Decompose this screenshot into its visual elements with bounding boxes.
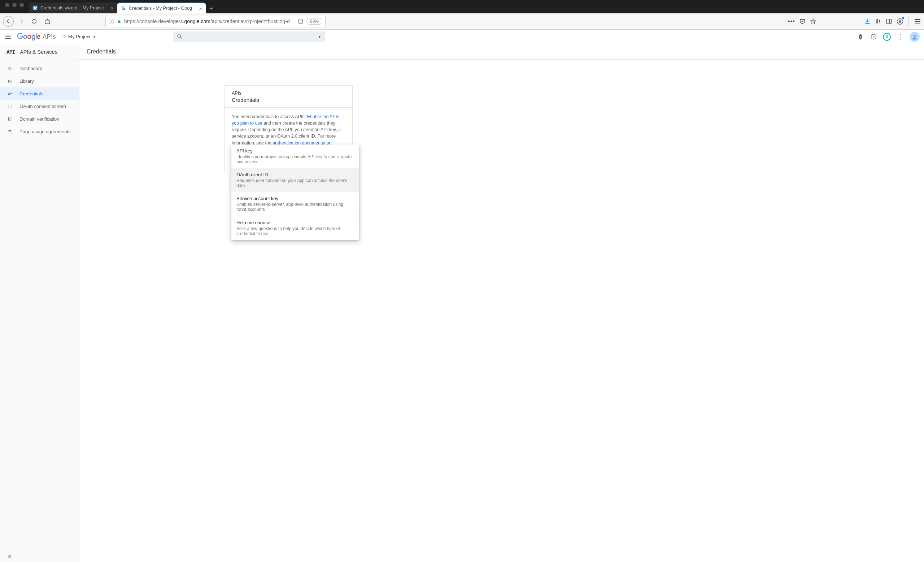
card-header: APIs Credentials xyxy=(225,86,352,108)
consent-icon xyxy=(7,104,13,109)
caret-down-icon[interactable]: ▼ xyxy=(318,35,322,39)
svg-point-6 xyxy=(178,35,181,38)
google-favicon-icon xyxy=(121,6,126,11)
sidebar-icon[interactable] xyxy=(885,18,892,25)
browser-toolbar: i https://console.developers.google.com/… xyxy=(0,14,924,30)
item-title: Service account key xyxy=(236,196,354,201)
nav-label: Dashboard xyxy=(20,66,43,71)
account-icon[interactable] xyxy=(896,18,903,25)
collapse-sidebar-button[interactable] xyxy=(0,550,79,562)
card-subheader: APIs xyxy=(232,91,345,96)
svg-point-5 xyxy=(899,20,901,21)
tab-label: Credentials wizard – My Project xyxy=(40,5,108,11)
dropdown-item-api-key[interactable]: API key Identifies your project using a … xyxy=(231,144,359,168)
sidebar-item-page-usage[interactable]: Page usage agreements xyxy=(0,125,79,138)
close-icon[interactable]: × xyxy=(199,5,202,12)
usage-icon xyxy=(7,129,13,134)
nav-label: Library xyxy=(20,78,34,84)
svg-text:?: ? xyxy=(872,35,874,39)
app-header: APIs ⁘ My Project ▼ ▼ ! ? 3 ⋮ xyxy=(0,30,924,44)
bookmark-star-icon[interactable] xyxy=(810,18,817,25)
header-right: ! ? 3 ⋮ xyxy=(857,32,920,42)
reload-icon xyxy=(32,18,37,24)
item-desc: Requests user consent so your app can ac… xyxy=(236,178,354,188)
sidebar: API APIs & Services Dashboard Library Cr… xyxy=(0,44,80,562)
brand-suffix: APIs xyxy=(43,33,56,41)
tab-credentials-wizard[interactable]: Credentials wizard – My Project × xyxy=(29,3,117,14)
hamburger-menu-button[interactable] xyxy=(914,18,921,25)
more-icon[interactable]: ••• xyxy=(788,18,795,25)
sidebar-item-credentials[interactable]: Credentials xyxy=(0,87,79,100)
svg-rect-1 xyxy=(118,21,120,23)
dropdown-item-oauth-client-id[interactable]: OAuth client ID Requests user consent so… xyxy=(231,168,359,192)
reload-button[interactable] xyxy=(29,16,40,27)
cloud-shell-icon[interactable]: ! xyxy=(857,33,864,41)
dropdown-item-help-me-choose[interactable]: Help me choose Asks a few questions to h… xyxy=(231,216,359,240)
main-panel: Credentials APIs Credentials You need cr… xyxy=(80,44,924,562)
traffic-zoom[interactable] xyxy=(20,3,24,7)
arrow-left-icon xyxy=(5,18,11,24)
back-button[interactable] xyxy=(3,16,14,27)
google-logo-icon xyxy=(16,33,41,41)
nav-items: Dashboard Library Credentials OAuth cons… xyxy=(0,60,79,138)
sidebar-item-oauth-consent[interactable]: OAuth consent screen xyxy=(0,100,79,113)
tab-credentials[interactable]: Credentials - My Project - Goog × xyxy=(117,3,206,14)
item-title: API key xyxy=(236,148,354,153)
forward-button[interactable] xyxy=(16,16,27,27)
pocket-icon[interactable] xyxy=(799,18,806,25)
content-area: API APIs & Services Dashboard Library Cr… xyxy=(0,44,924,562)
toolbar-right: ••• xyxy=(788,17,921,26)
svg-point-10 xyxy=(914,35,916,37)
sidebar-item-library[interactable]: Library xyxy=(0,75,79,87)
svg-text:!: ! xyxy=(860,35,861,39)
item-title: Help me choose xyxy=(236,220,354,225)
dropdown-item-service-account-key[interactable]: Service account key Enables server-to-se… xyxy=(231,192,359,216)
window-controls xyxy=(0,0,29,14)
item-desc: Asks a few questions to help you decide … xyxy=(236,226,354,236)
tab-label: Credentials - My Project - Goog xyxy=(129,6,196,11)
user-avatar[interactable] xyxy=(910,32,920,42)
nav-label: Domain verification xyxy=(20,116,60,122)
avatar-icon xyxy=(911,34,918,40)
svg-point-11 xyxy=(8,93,10,95)
project-name: My Project xyxy=(68,34,90,39)
nav-label: OAuth consent screen xyxy=(20,104,66,109)
url-bar[interactable]: i https://console.developers.google.com/… xyxy=(105,16,326,27)
tabs-row: Credentials wizard – My Project × Creden… xyxy=(29,0,217,14)
svg-rect-2 xyxy=(299,19,303,24)
svg-point-14 xyxy=(12,132,12,133)
help-icon[interactable]: ? xyxy=(870,33,877,41)
caret-down-icon: ▼ xyxy=(93,35,96,39)
nav-label: Page usage agreements xyxy=(20,129,71,134)
traffic-minimize[interactable] xyxy=(12,3,16,7)
page-title: Credentials xyxy=(80,44,924,60)
card-title: Credentials xyxy=(232,97,345,103)
svg-rect-3 xyxy=(886,19,891,24)
traffic-close[interactable] xyxy=(5,3,9,7)
key-icon xyxy=(7,91,13,96)
site-info-icon[interactable]: i xyxy=(109,19,114,24)
dashboard-icon xyxy=(7,66,13,71)
project-picker[interactable]: ⁘ My Project ▼ xyxy=(63,34,96,40)
chevron-left-icon xyxy=(6,553,12,559)
close-icon[interactable]: × xyxy=(111,5,114,11)
sidebar-section-title[interactable]: API APIs & Services xyxy=(0,44,79,60)
library-icon xyxy=(7,79,13,84)
settings-more-icon[interactable]: ⋮ xyxy=(897,33,904,41)
reader-mode-icon[interactable] xyxy=(298,18,303,24)
brand-logo[interactable]: APIs xyxy=(16,33,56,41)
zoom-indicator[interactable]: 80% xyxy=(306,18,322,24)
sidebar-item-domain-verification[interactable]: Domain verification xyxy=(0,113,79,125)
google-favicon-icon xyxy=(33,5,38,11)
console-menu-button[interactable] xyxy=(4,33,12,41)
downloads-icon[interactable] xyxy=(864,18,871,25)
home-button[interactable] xyxy=(42,16,53,27)
sidebar-item-dashboard[interactable]: Dashboard xyxy=(0,62,79,75)
notifications-badge[interactable]: 3 xyxy=(883,33,891,41)
divider xyxy=(909,17,909,26)
new-tab-button[interactable]: ＋ xyxy=(206,3,217,14)
browser-titlebar: Credentials wizard – My Project × Creden… xyxy=(0,0,924,14)
svg-rect-12 xyxy=(8,105,11,108)
header-search[interactable]: ▼ xyxy=(173,32,325,42)
library-icon[interactable] xyxy=(874,18,882,25)
